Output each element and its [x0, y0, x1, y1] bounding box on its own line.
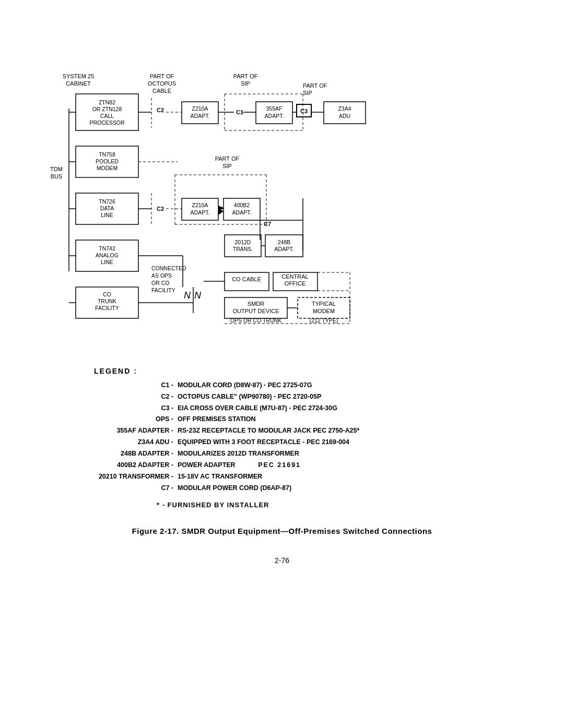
svg-text:SMDR: SMDR	[248, 301, 264, 307]
asterisk-note: * - FURNISHED BY INSTALLER	[94, 499, 533, 511]
svg-text:TN726: TN726	[99, 198, 115, 205]
diagram-area: SYSTEM 25 CABINET PART OF OCTOPUS CABLE …	[47, 31, 517, 355]
legend-val: OCTOPUS CABLE" (WP90780) - PEC 2720-05P	[178, 391, 321, 403]
svg-text:MODEM: MODEM	[313, 308, 335, 314]
legend-key: C7 -	[94, 483, 178, 494]
svg-text:FACILITY: FACILITY	[95, 305, 119, 311]
legend-val: RS-23Z RECEPTACLE TO MODULAR JACK PEC 27…	[178, 425, 359, 437]
svg-text:OCTOPUS: OCTOPUS	[148, 80, 176, 87]
svg-text:OR ZTN128: OR ZTN128	[92, 106, 122, 112]
svg-text:ADAPT.: ADAPT.	[191, 209, 210, 216]
svg-text:CABLE: CABLE	[152, 88, 171, 94]
svg-text:PART OF: PART OF	[233, 73, 258, 79]
svg-text:TRUNK: TRUNK	[98, 298, 116, 304]
svg-text:Z210A: Z210A	[192, 105, 208, 112]
svg-text:TYPICAL: TYPICAL	[312, 301, 336, 307]
legend-val: OFF PREMISES STATION	[178, 414, 256, 425]
svg-text:CALL: CALL	[100, 113, 114, 119]
svg-text:400B2: 400B2	[234, 202, 250, 208]
list-item: OPS - OFF PREMISES STATION	[94, 414, 533, 425]
legend-title: LEGEND :	[94, 365, 533, 378]
svg-text:C2: C2	[157, 206, 164, 212]
svg-text:CO CABLE: CO CABLE	[232, 276, 261, 282]
legend-val: 15-18V AC TRANSFORMER	[178, 471, 262, 483]
svg-text:CABINET: CABINET	[66, 80, 91, 87]
svg-text:C2: C2	[157, 107, 164, 113]
legend-key: 355AF ADAPTER -	[94, 425, 178, 437]
figure-caption: Figure 2-17. SMDR Output Equipment—Off-P…	[31, 527, 533, 535]
list-item: 355AF ADAPTER - RS-23Z RECEPTACLE TO MOD…	[94, 425, 533, 437]
legend-val: POWER ADAPTER PEC 21691	[178, 460, 301, 471]
svg-text:ADU: ADU	[339, 113, 350, 119]
svg-text:SIP: SIP	[241, 80, 250, 87]
pec-note: PEC 21691	[258, 461, 301, 469]
svg-text:POOLED: POOLED	[96, 158, 119, 164]
legend-val: EQUIPPED WITH 3 FOOT RECEPTACLE - PEC 21…	[178, 437, 349, 448]
svg-text:PART OF: PART OF	[215, 156, 240, 162]
list-item: 400B2 ADAPTER - POWER ADAPTER PEC 21691	[94, 460, 533, 471]
svg-text:CONNECTED: CONNECTED	[151, 265, 186, 271]
svg-text:ADAPT.: ADAPT.	[265, 113, 284, 119]
svg-text:PART OF: PART OF	[150, 73, 174, 79]
legend-key: Z3A4 ADU -	[94, 437, 178, 448]
svg-text:C3: C3	[300, 108, 308, 114]
svg-text:N: N	[184, 290, 191, 301]
list-item: C1 - MODULAR CORD (D8W-87) - PEC 2725-07…	[94, 380, 533, 391]
svg-text:Z210A: Z210A	[192, 202, 208, 208]
svg-text:TN758: TN758	[99, 151, 115, 158]
legend-val: MODULARIZES 2012D TRANSFORMER	[178, 448, 299, 460]
svg-text:Z3A4: Z3A4	[338, 105, 351, 112]
svg-text:LINE: LINE	[101, 212, 113, 218]
svg-text:OR CO: OR CO	[151, 280, 169, 286]
svg-text:PROCESSOR: PROCESSOR	[89, 120, 125, 126]
svg-text:355AF: 355AF	[266, 105, 283, 112]
legend-key: C2 -	[94, 391, 178, 403]
svg-text:ADAPT.: ADAPT.	[275, 246, 294, 252]
legend-key: 400B2 ADAPTER -	[94, 460, 178, 471]
list-item: 248B ADAPTER - MODULARIZES 2012D TRANSFO…	[94, 448, 533, 460]
svg-text:CO: CO	[103, 291, 111, 297]
page-container: SYSTEM 25 CABINET PART OF OCTOPUS CABLE …	[0, 0, 564, 728]
svg-text:ANALOG: ANALOG	[96, 252, 119, 258]
svg-text:SIP: SIP	[222, 163, 232, 169]
svg-text:CENTRAL: CENTRAL	[281, 273, 308, 280]
svg-text:248B: 248B	[278, 239, 291, 245]
legend-val: MODULAR POWER CORD (D6AP-87)	[178, 483, 291, 494]
svg-text:SIP: SIP	[303, 90, 312, 96]
legend-key: OPS -	[94, 414, 178, 425]
svg-text:SYSTEM 25: SYSTEM 25	[63, 73, 95, 79]
svg-text:OFFICE: OFFICE	[285, 280, 306, 287]
svg-text:AS OPS: AS OPS	[151, 272, 172, 279]
svg-text:C7: C7	[264, 221, 271, 227]
svg-text:MODEM: MODEM	[97, 165, 118, 171]
svg-text:TN742: TN742	[99, 245, 115, 252]
svg-text:DATA: DATA	[100, 205, 114, 211]
legend-key: 248B ADAPTER -	[94, 448, 178, 460]
list-item: 20210 TRANSFORMER - 15-18V AC TRANSFORME…	[94, 471, 533, 483]
list-item: Z3A4 ADU - EQUIPPED WITH 3 FOOT RECEPTAC…	[94, 437, 533, 448]
svg-text:LINE: LINE	[101, 259, 113, 265]
legend-section: LEGEND : C1 - MODULAR CORD (D8W-87) - PE…	[31, 365, 533, 511]
svg-text:OUTPUT DEVICE: OUTPUT DEVICE	[232, 308, 279, 314]
svg-text:ADAPT.: ADAPT.	[191, 113, 210, 119]
legend-key: 20210 TRANSFORMER -	[94, 471, 178, 483]
page-number: 2-76	[31, 556, 533, 565]
svg-text:(212  TYPE): (212 TYPE)	[310, 317, 338, 324]
svg-text:OPS OR CO TRUNK: OPS OR CO TRUNK	[230, 317, 281, 324]
list-item: C7 - MODULAR POWER CORD (D6AP-87)	[94, 483, 533, 494]
list-item: C3 - EIA CROSS OVER CABLE (M7U-87) - PEC…	[94, 403, 533, 414]
svg-text:C1: C1	[236, 109, 243, 115]
svg-text:2012D: 2012D	[235, 239, 251, 245]
legend-items: C1 - MODULAR CORD (D8W-87) - PEC 2725-07…	[94, 380, 533, 494]
legend-val: EIA CROSS OVER CABLE (M7U-87) - PEC 2724…	[178, 403, 337, 414]
svg-text:ZTN82: ZTN82	[99, 99, 115, 105]
legend-key: C3 -	[94, 403, 178, 414]
list-item: C2 - OCTOPUS CABLE" (WP90780) - PEC 2720…	[94, 391, 533, 403]
svg-text:PART OF: PART OF	[303, 82, 327, 89]
legend-key: C1 -	[94, 380, 178, 391]
svg-text:TRANS.: TRANS.	[233, 246, 253, 252]
svg-text:ADAPT.: ADAPT.	[232, 209, 252, 216]
svg-text:TDM: TDM	[50, 166, 63, 172]
svg-text:N: N	[194, 290, 202, 301]
svg-text:BUS: BUS	[51, 173, 63, 180]
